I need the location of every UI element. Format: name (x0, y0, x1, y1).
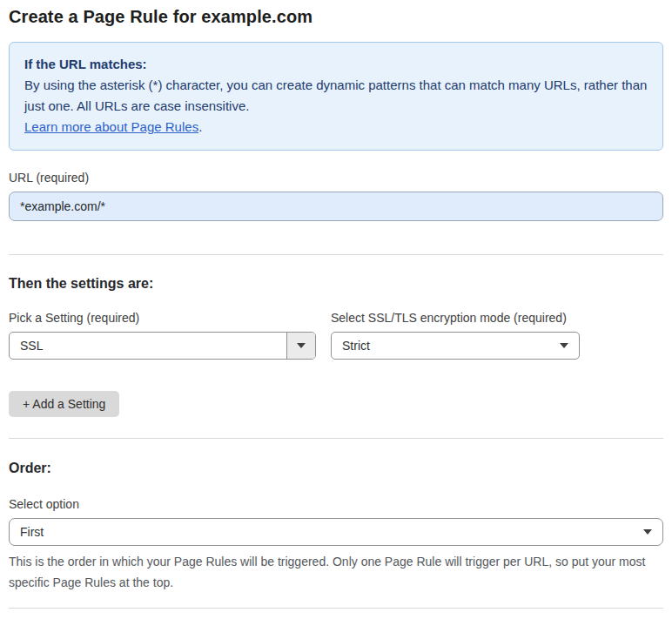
settings-grid: Pick a Setting (required) SSL Select SSL… (9, 311, 663, 360)
chevron-down-icon (633, 519, 662, 545)
encryption-mode-value: Strict (332, 339, 549, 353)
info-box-link-line: Learn more about Page Rules. (24, 117, 648, 138)
info-box-body: By using the asterisk (*) character, you… (24, 75, 648, 117)
url-input[interactable] (9, 192, 663, 221)
divider-before-footer (9, 608, 663, 609)
encryption-mode-column: Select SSL/TLS encryption mode (required… (331, 311, 580, 360)
create-page-rule-form: Create a Page Rule for example.com If th… (0, 0, 672, 619)
settings-section-heading: Then the settings are: (9, 276, 663, 292)
pick-setting-label: Pick a Setting (required) (9, 311, 316, 325)
chevron-down-icon (286, 333, 315, 359)
order-select-label: Select option (9, 497, 663, 511)
info-box-heading: If the URL matches: (24, 54, 648, 75)
add-setting-button[interactable]: + Add a Setting (9, 391, 119, 417)
order-section-heading: Order: (9, 461, 663, 476)
order-help-text: This is the order in which your Page Rul… (9, 551, 663, 593)
link-period: . (198, 119, 202, 134)
url-match-info-box: If the URL matches: By using the asteris… (9, 42, 663, 151)
pick-setting-value: SSL (10, 339, 286, 353)
encryption-mode-label: Select SSL/TLS encryption mode (required… (331, 311, 580, 325)
pick-setting-select[interactable]: SSL (9, 332, 316, 360)
divider-after-url (9, 254, 663, 255)
learn-more-link[interactable]: Learn more about Page Rules (24, 119, 198, 134)
pick-setting-column: Pick a Setting (required) SSL (9, 311, 316, 360)
chevron-down-icon (549, 333, 579, 359)
order-select[interactable]: First (9, 518, 663, 546)
page-title: Create a Page Rule for example.com (9, 7, 663, 27)
url-field-label: URL (required) (9, 171, 663, 185)
order-section: Order: Select option First This is the o… (9, 461, 663, 593)
divider-after-settings (9, 438, 663, 439)
order-select-value: First (10, 525, 633, 539)
encryption-mode-select[interactable]: Strict (331, 332, 580, 360)
